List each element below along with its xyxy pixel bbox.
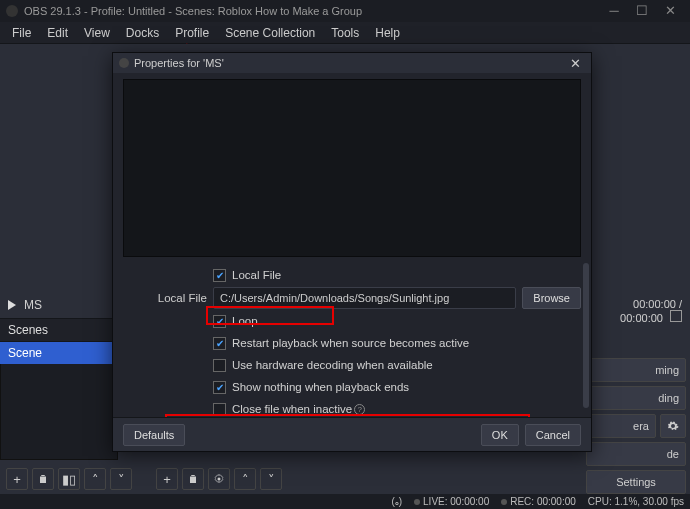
- local-file-cb-label: Local File: [232, 269, 281, 281]
- left-panels: MS Scenes Scene: [0, 292, 118, 460]
- gear-icon: [213, 473, 225, 485]
- window-title: OBS 29.1.3 - Profile: Untitled - Scenes:…: [24, 5, 362, 17]
- menu-scene-collection[interactable]: Scene Collection: [217, 22, 323, 44]
- menu-profile[interactable]: Profile: [167, 22, 217, 44]
- local-file-checkbox[interactable]: ✔: [213, 269, 226, 282]
- btn-studio-mode[interactable]: de: [586, 442, 686, 466]
- menu-tools[interactable]: Tools: [323, 22, 367, 44]
- closefile-checkbox[interactable]: [213, 403, 226, 416]
- local-file-path-input[interactable]: C:/Users/Admin/Downloads/Songs/Sunlight.…: [213, 287, 516, 309]
- status-rec: REC: 00:00:00: [510, 496, 576, 507]
- cancel-button[interactable]: Cancel: [525, 424, 581, 446]
- source-preview: [123, 79, 581, 257]
- restart-checkbox[interactable]: ✔: [213, 337, 226, 350]
- dialog-close-button[interactable]: ✕: [565, 56, 585, 71]
- menu-help[interactable]: Help: [367, 22, 408, 44]
- hwdec-checkbox[interactable]: [213, 359, 226, 372]
- signal-icon: (ₒ): [391, 496, 402, 507]
- btn-recording[interactable]: ding: [586, 386, 686, 410]
- loop-checkbox[interactable]: ✔: [213, 315, 226, 328]
- ok-button[interactable]: OK: [481, 424, 519, 446]
- bottom-toolbar: + ▮▯ ˄ ˅ + ˄ ˅: [0, 464, 282, 494]
- obs-icon: [119, 58, 129, 68]
- right-controls: 00:00:00 / 00:00:00 ming ding era de Set…: [586, 296, 686, 509]
- hwdec-label: Use hardware decoding when available: [232, 359, 433, 371]
- scene-down-button[interactable]: ˅: [110, 468, 132, 490]
- svg-point-0: [218, 478, 221, 481]
- dialog-scrollbar[interactable]: [583, 263, 589, 408]
- status-live: LIVE: 00:00:00: [423, 496, 489, 507]
- btn-gear[interactable]: [660, 414, 686, 438]
- status-cpu: CPU: 1.1%, 30.00 fps: [588, 496, 684, 507]
- source-add-button[interactable]: +: [156, 468, 178, 490]
- source-down-button[interactable]: ˅: [260, 468, 282, 490]
- preview-time: 00:00:00 / 00:00:00: [586, 296, 686, 326]
- main-area: MS Scenes Scene 00:00:00 / 00:00:00 ming…: [0, 44, 690, 494]
- statusbar: (ₒ) LIVE: 00:00:00 REC: 00:00:00 CPU: 1.…: [0, 494, 690, 509]
- btn-settings[interactable]: Settings: [586, 470, 686, 494]
- local-file-label: Local File: [123, 292, 213, 304]
- browse-button[interactable]: Browse: [522, 287, 581, 309]
- trash-icon: [187, 473, 199, 485]
- scenes-list[interactable]: [0, 364, 118, 460]
- trash-icon: [37, 473, 49, 485]
- gear-icon: [667, 419, 679, 433]
- obs-icon: [6, 5, 18, 17]
- menu-edit[interactable]: Edit: [39, 22, 76, 44]
- window-titlebar: OBS 29.1.3 - Profile: Untitled - Scenes:…: [0, 0, 690, 22]
- scene-filter-button[interactable]: ▮▯: [58, 468, 80, 490]
- dialog-body: ✔ Local File Local File C:/Users/Admin/D…: [113, 73, 591, 417]
- sources-toolbar: + ˄ ˅: [156, 468, 282, 490]
- scene-add-button[interactable]: +: [6, 468, 28, 490]
- defaults-button[interactable]: Defaults: [123, 424, 185, 446]
- play-icon: [8, 300, 16, 310]
- closefile-label: Close file when inactive: [232, 403, 352, 415]
- close-button[interactable]: ✕: [656, 0, 684, 22]
- source-up-button[interactable]: ˄: [234, 468, 256, 490]
- btn-streaming[interactable]: ming: [586, 358, 686, 382]
- shownothing-label: Show nothing when playback ends: [232, 381, 409, 393]
- scene-remove-button[interactable]: [32, 468, 54, 490]
- menu-file[interactable]: File: [4, 22, 39, 44]
- menu-view[interactable]: View: [76, 22, 118, 44]
- menubar: File Edit View Docks Profile Scene Colle…: [0, 22, 690, 44]
- minimize-button[interactable]: ─: [600, 0, 628, 22]
- help-icon[interactable]: ?: [354, 404, 365, 415]
- scene-item-selected[interactable]: Scene: [0, 342, 118, 364]
- shownothing-checkbox[interactable]: ✔: [213, 381, 226, 394]
- dialog-title: Properties for 'MS': [134, 57, 224, 69]
- dialog-titlebar: Properties for 'MS' ✕: [113, 53, 591, 73]
- menu-docks[interactable]: Docks: [118, 22, 167, 44]
- loop-label: Loop: [232, 315, 258, 327]
- restart-label: Restart playback when source becomes act…: [232, 337, 469, 349]
- scenes-toolbar: + ▮▯ ˄ ˅: [6, 468, 132, 490]
- source-name: MS: [24, 298, 42, 312]
- properties-dialog: Properties for 'MS' ✕ ✔ Local File Local…: [112, 52, 592, 452]
- btn-camera[interactable]: era: [586, 414, 656, 438]
- scene-up-button[interactable]: ˄: [84, 468, 106, 490]
- source-remove-button[interactable]: [182, 468, 204, 490]
- maximize-button[interactable]: ☐: [628, 0, 656, 22]
- dialog-footer: Defaults OK Cancel: [113, 417, 591, 451]
- studio-mode-icon[interactable]: [670, 310, 682, 322]
- source-properties-button[interactable]: [208, 468, 230, 490]
- source-row[interactable]: MS: [0, 292, 118, 318]
- scenes-header: Scenes: [0, 318, 118, 342]
